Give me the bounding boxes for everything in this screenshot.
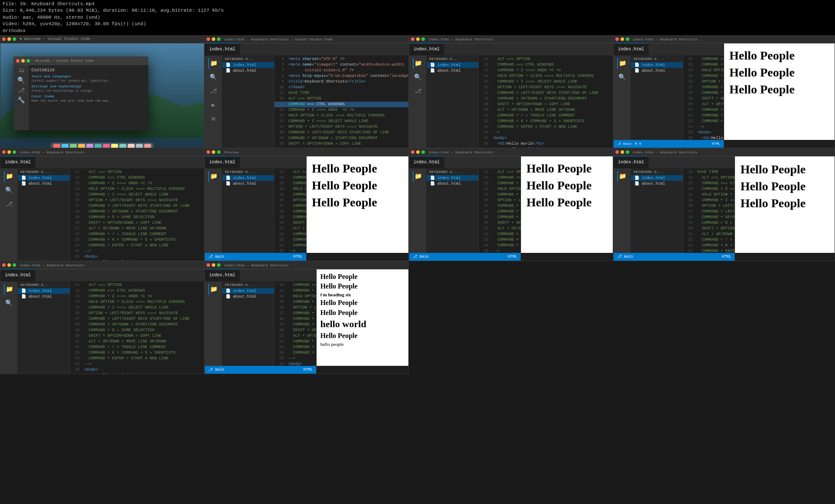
code-line: 10</head> [274,85,408,90]
panel-9-code: index.html — Keyboard Shortcuts index.ht… [0,261,204,374]
explorer-header-2: KEYBOARD-S... [222,56,274,62]
panel-1-topbar: ● Welcome - Visual Studio Code [0,36,204,43]
preview-p8-2: Hello People [740,178,829,195]
activity-bar-3: 📁 🔍 ⎇ [409,56,427,148]
preview-p8-3: Hello People [740,195,829,212]
ext-icon-2[interactable]: ⊞ [208,114,219,124]
code-line: 15HOLD OPTION + CLICK ==== MULTIPLE CURS… [274,113,408,119]
explorer-index-html[interactable]: 📄 index.html [222,62,274,68]
code-line: 20SHIFT + OPTION+DOWN = COPY LINE [274,141,408,147]
code-line-highlighted: 13COMMAND === CTRL WINDOWS [274,102,408,107]
tab-index-html[interactable]: index.html [205,43,240,55]
preview-hello-3: Hello People [729,81,829,98]
debug-icon-2[interactable]: ▶ [208,100,219,110]
preview-p10-3: i'm heading six [320,292,405,298]
panel-5-code: index.html — Keyboard Shortcuts index.ht… [0,148,204,261]
tab-bar-2: index.html [205,43,408,56]
code-line: 18COMMAND + LEFT/RIGHT KEYS START/END OF… [274,130,408,136]
code-line: 11SAVE TIME [274,90,408,96]
explorer-panel-2: KEYBOARD-S... 📄 index.html 📄 about.html [222,56,274,148]
preview-p10-2: Hello People [320,282,405,291]
search-icon-2[interactable]: 🔍 [208,72,219,83]
preview-p10-1: Hello People [320,272,405,282]
activity-bar-2: 📁 🔍 ⎇ ▶ ⊞ [205,56,222,148]
code-line: 8<meta http-equiv="X-UA-Compatible" cont… [274,73,408,79]
panel-7-code: index.html — Keyboard Shortcuts index.ht… [409,148,613,261]
code-area-3[interactable]: 11 ALT === OPTION 12 COMMAND === CTRL WI… [479,56,613,148]
preview-p6-3: Hello People [312,194,403,211]
panel-3-code: index.html — Keyboard Shortcuts index.ht… [409,35,613,148]
preview-p10-5: Hello People [320,308,405,318]
preview-p10-4: Hello People [320,298,405,308]
minimize-dot[interactable] [7,37,11,41]
preview-p7-3: Hello People [526,194,608,211]
code-line: 6<meta name="viewport" content="width=de… [274,62,408,68]
min-dot-2[interactable] [212,37,215,41]
desktop-bg: Welcome - Visual Studio Code 🗂 🔍 ⎇ 🔧 Cus… [0,43,204,148]
git-icon-2[interactable]: ⎇ [208,86,219,96]
code-with-sidebar-2: 📁 🔍 ⎇ ▶ ⊞ KEYBOARD-S... 📄 index.html 📄 a… [205,56,408,148]
max-dot-2[interactable] [217,37,220,41]
preview-p10-7: Hello People [320,331,405,341]
preview-p6-2: Hello People [312,177,403,194]
preview-p10-6: hello world [320,318,405,331]
preview-p10-8: hello people [320,341,405,348]
panel-10-code: index.html — Keyboard Shortcuts index.ht… [204,261,409,374]
preview-hello-2: Hello People [729,64,829,81]
tab-3[interactable]: index.html [409,43,444,55]
code-line: 9<title>Keyboard Shortcuts</title> [274,79,408,85]
explorer-3: KEYBOARD-S... 📄 index.html 📄 about.html [427,56,479,148]
code-line: 17OPTION + LEFT/RIGHT KEYS ==== NAVIGATE [274,124,408,130]
preview-p8-1: Hello People [740,161,829,178]
panel-2-code: index.html - Keyboard Shortcuts - Visual… [204,35,409,148]
explorer-icon-2[interactable]: 📁 [208,58,219,69]
preview-p6-1: Hello People [312,160,403,177]
maximize-dot[interactable] [13,37,16,41]
close-dot[interactable] [2,37,6,41]
code-line: 14COMMAND + Z ==== UNDO <C +V [274,107,408,113]
preview-p7-1: Hello People [526,160,608,177]
panel-2-editor: index.html 📁 🔍 ⎇ ▶ ⊞ KEYBOARD-S... 📄 ind… [205,43,408,148]
code-line: 16COMMAND + I ==== SELECT WHOLE LINE [274,119,408,124]
panel-1-desktop: ● Welcome - Visual Studio Code Welcome -… [0,35,204,148]
panel-8: index.html — Keyboard Shortcuts index.ht… [613,148,835,261]
code-area-2[interactable]: 5<meta charset="UTF-8" /> 6<meta name="v… [274,56,408,148]
explorer-about-html[interactable]: 📄 about.html [222,68,274,73]
panel-3-topbar: index.html — Keyboard Shortcuts [409,36,613,43]
code-line: 12ALT === OPTION [274,96,408,102]
main-grid: ● Welcome - Visual Studio Code Welcome -… [0,35,835,504]
preview-hello-1: Hello People [729,47,829,64]
panel-2-title: index.html - Keyboard Shortcuts - Visual… [224,37,407,41]
preview-p7-2: Hello People [526,177,608,194]
panel-6-preview: Preview index.html 📁 KEYBOARD-S... 📄 ind… [204,148,409,261]
code-line: 5<meta charset="UTF-8" /> [274,56,408,62]
panel-2-topbar: index.html - Keyboard Shortcuts - Visual… [205,36,408,43]
panel-4-code: index.html — Keyboard Shortcuts index.ht… [613,35,835,148]
panel-1-title: ● Welcome - Visual Studio Code [20,37,202,41]
code-line: 7 initial-scale=1.0" /> [274,68,408,73]
info-bar: File: 39. Keyboard Shortcuts.mp4 Size: 9… [0,0,835,35]
code-line: 19COMMAND + UP/DOWN = START/END DOCUMENT [274,136,408,141]
close-dot-2[interactable] [207,37,210,41]
